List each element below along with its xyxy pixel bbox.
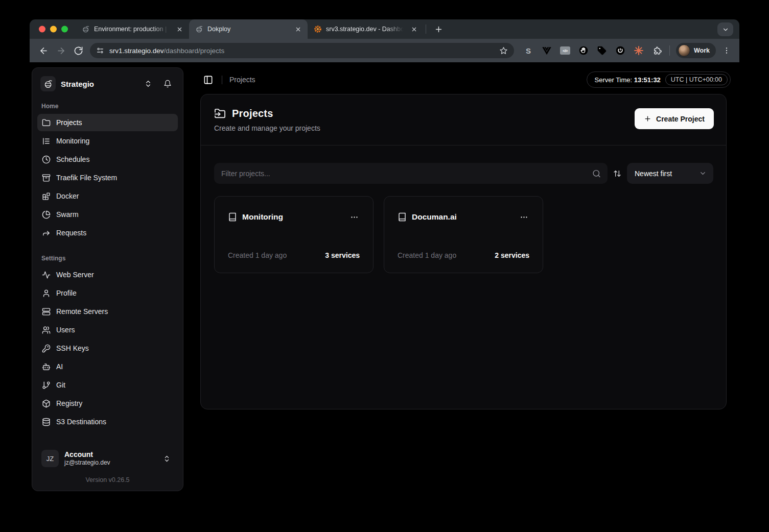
close-window-button[interactable] xyxy=(39,26,45,33)
project-created: Created 1 day ago xyxy=(228,251,287,259)
version-label: Version v0.26.5 xyxy=(37,470,178,486)
sidebar-item-registry[interactable]: Registry xyxy=(37,395,178,412)
tab-title: Environment: production | Mo xyxy=(94,26,171,33)
browser-tab-environment[interactable]: Environment: production | Mo xyxy=(76,19,189,39)
browser-tab-grafana[interactable]: srv3.strategio.dev - Dashboa xyxy=(308,19,424,39)
sidebar-toggle-icon[interactable] xyxy=(201,73,215,86)
org-switcher-button[interactable] xyxy=(141,77,155,91)
profile-label: Work xyxy=(694,47,710,54)
url-host: srv1.strategio.dev xyxy=(109,47,164,55)
strategio-logo-icon xyxy=(40,76,56,91)
bookmark-star-icon[interactable] xyxy=(499,46,508,55)
sidebar-item-ssh-keys[interactable]: SSH Keys xyxy=(37,340,178,357)
package-icon xyxy=(42,399,51,408)
blocks-icon xyxy=(42,192,51,201)
sidebar-item-s3-destinations[interactable]: S3 Destinations xyxy=(37,413,178,430)
tab-close-icon[interactable] xyxy=(175,25,184,34)
database-icon xyxy=(42,418,51,426)
main-content: Projects Server Time: 13:51:32 UTC | UTC… xyxy=(183,62,739,493)
site-settings-icon[interactable] xyxy=(96,46,104,55)
tab-search-button[interactable] xyxy=(717,22,733,36)
project-name: Monitoring xyxy=(242,212,343,222)
extensions-area: S </> xyxy=(517,45,667,56)
zoom-window-button[interactable] xyxy=(61,26,68,33)
browser-menu-button[interactable] xyxy=(719,43,734,58)
project-options-button[interactable] xyxy=(518,211,529,223)
filter-projects-input[interactable] xyxy=(214,163,608,184)
bot-icon xyxy=(42,362,51,371)
dokploy-page: Strategio Home Projects Monitoring Sched… xyxy=(30,62,739,493)
forward-button[interactable] xyxy=(52,42,69,59)
tab-close-icon[interactable] xyxy=(409,25,418,34)
account-menu-button[interactable]: JZ Account jz@strategio.dev xyxy=(37,447,178,470)
server-time-value: 13:51:32 xyxy=(634,76,661,84)
book-icon xyxy=(228,212,237,222)
projects-panel-header: Projects Create and manage your projects… xyxy=(201,94,726,146)
chevrons-up-down-icon xyxy=(159,451,174,466)
sidebar-item-remote-servers[interactable]: Remote Servers xyxy=(37,303,178,320)
folder-input-icon xyxy=(214,108,226,119)
breadcrumb-separator xyxy=(222,76,222,84)
extensions-puzzle-icon[interactable] xyxy=(652,45,662,56)
grafana-favicon-icon xyxy=(314,25,322,33)
sort-selected-value: Newest first xyxy=(635,170,672,178)
starburst-extension-icon[interactable] xyxy=(634,45,644,56)
code-extension-icon[interactable]: </> xyxy=(560,45,570,56)
project-card-documan[interactable]: Documan.ai Created 1 day ago 2 services xyxy=(384,196,543,273)
server-time-pill: Server Time: 13:51:32 UTC | UTC+00:00 xyxy=(587,71,731,88)
minimize-window-button[interactable] xyxy=(50,26,57,33)
sidebar-item-monitoring[interactable]: Monitoring xyxy=(37,132,178,150)
sidebar-item-web-server[interactable]: Web Server xyxy=(37,266,178,283)
project-card-monitoring[interactable]: Monitoring Created 1 day ago 3 services xyxy=(214,196,374,273)
sidebar-item-users[interactable]: Users xyxy=(37,321,178,338)
browser-tab-dokploy[interactable]: Dokploy xyxy=(189,19,308,39)
chevron-down-icon xyxy=(699,170,707,177)
new-tab-button[interactable] xyxy=(431,22,446,36)
sort-direction-button[interactable] xyxy=(608,170,627,178)
project-name: Documan.ai xyxy=(412,212,513,222)
sidebar-item-ai[interactable]: AI xyxy=(37,358,178,375)
url-path: /dashboard/projects xyxy=(164,47,225,55)
sidebar-item-swarm[interactable]: Swarm xyxy=(37,206,178,223)
sidebar-item-traefik-file-system[interactable]: Traefik File System xyxy=(37,169,178,186)
forward-arrow-icon xyxy=(42,229,51,237)
vue-extension-icon[interactable] xyxy=(542,45,552,56)
browser-window: Environment: production | Mo Dokploy srv… xyxy=(30,19,739,493)
project-options-button[interactable] xyxy=(348,211,360,223)
stripe-extension-icon[interactable]: S xyxy=(523,45,533,56)
browser-toolbar: srv1.strategio.dev/dashboard/projects S … xyxy=(30,39,739,62)
sidebar-item-docker[interactable]: Docker xyxy=(37,187,178,205)
logs-icon xyxy=(42,137,51,146)
breadcrumb: Projects xyxy=(229,76,255,84)
key-icon xyxy=(42,344,51,353)
archive-icon xyxy=(42,174,51,182)
git-branch-icon xyxy=(42,381,51,390)
sidebar-item-schedules[interactable]: Schedules xyxy=(37,151,178,168)
sidebar-item-profile[interactable]: Profile xyxy=(37,284,178,302)
tab-close-icon[interactable] xyxy=(293,25,302,34)
notifications-bell-icon[interactable] xyxy=(160,77,175,91)
server-time-label: Server Time: xyxy=(594,76,632,84)
projects-panel: Projects Create and manage your projects… xyxy=(200,94,727,409)
project-created: Created 1 day ago xyxy=(398,251,456,259)
page-title: Projects xyxy=(232,108,273,119)
sidebar-item-projects[interactable]: Projects xyxy=(37,114,178,131)
profile-avatar xyxy=(678,44,690,57)
plus-icon xyxy=(644,115,651,123)
create-project-button[interactable]: Create Project xyxy=(635,108,714,129)
project-services-count: 3 services xyxy=(325,251,360,259)
sidebar-item-requests[interactable]: Requests xyxy=(37,224,178,241)
browser-profile-button[interactable]: Work xyxy=(676,43,716,58)
strategio-favicon-icon xyxy=(195,25,203,33)
back-button[interactable] xyxy=(35,42,52,59)
adblock-extension-icon[interactable] xyxy=(578,45,589,56)
power-extension-icon[interactable] xyxy=(615,45,625,56)
project-services-count: 2 services xyxy=(495,251,529,259)
sort-order-select[interactable]: Newest first xyxy=(627,163,713,184)
clock-icon xyxy=(42,155,51,164)
tab-separator xyxy=(426,25,426,34)
tags-extension-icon[interactable] xyxy=(597,45,607,56)
sidebar-item-git[interactable]: Git xyxy=(37,376,178,394)
address-bar[interactable]: srv1.strategio.dev/dashboard/projects xyxy=(90,43,514,58)
reload-button[interactable] xyxy=(69,42,87,59)
